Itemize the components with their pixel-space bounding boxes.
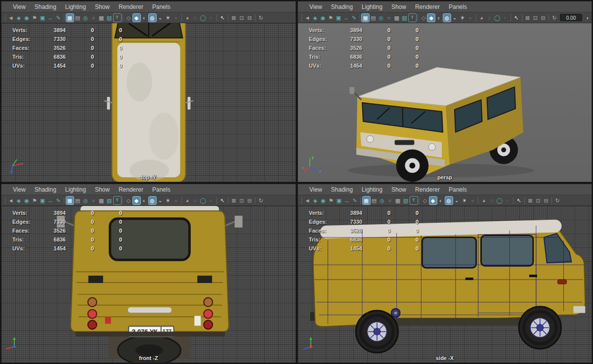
camera-attributes-icon[interactable]: ◉ [23, 197, 31, 204]
film-gate-icon[interactable]: ▤ [370, 14, 377, 22]
gate-mask-icon[interactable]: ■ [386, 197, 394, 204]
xray-joints-icon[interactable]: ⊡ [238, 14, 246, 22]
pan-zoom-icon[interactable]: ↔ [342, 14, 350, 22]
screen-space-icon[interactable]: ⊟ [543, 197, 550, 204]
grid-icon[interactable]: ▦ [66, 14, 74, 22]
anti-alias-icon[interactable]: ◯ [494, 14, 501, 22]
wireframe-icon[interactable]: ◇ [420, 14, 427, 22]
resolution-gate-icon[interactable]: ◎ [378, 14, 385, 22]
shadows-icon[interactable]: ● [172, 197, 180, 204]
grease-pencil-icon[interactable]: ✎ [351, 197, 359, 204]
shaded-icon[interactable]: ◆ [133, 14, 140, 22]
use-default-material-icon[interactable]: ◒ [157, 197, 164, 204]
camera-attributes-icon[interactable]: ◉ [23, 14, 31, 22]
safe-title-icon[interactable]: T [114, 14, 121, 22]
depth-of-field-icon[interactable]: ▪ [504, 197, 511, 204]
textured-icon[interactable]: ◍ [445, 197, 453, 204]
safe-title-icon[interactable]: T [114, 197, 121, 204]
viewport-top[interactable]: Verts:389400Edges:733000Faces:352600Tris… [1, 23, 296, 182]
menu-renderer[interactable]: Renderer [114, 3, 148, 10]
safe-action-icon[interactable]: ▧ [401, 14, 408, 22]
menu-view[interactable]: View [305, 3, 327, 10]
menu-lighting[interactable]: Lighting [357, 186, 387, 193]
use-default-material-icon[interactable]: ◒ [451, 14, 459, 22]
lighting-icon[interactable]: ☀ [461, 197, 468, 204]
van-persp-view[interactable] [298, 23, 592, 182]
occlusion-icon[interactable]: ◕ [480, 197, 488, 204]
screen-space-icon[interactable]: ⊟ [540, 14, 547, 22]
menu-panels[interactable]: Panels [148, 3, 175, 10]
menu-renderer[interactable]: Renderer [411, 186, 444, 193]
menu-lighting[interactable]: Lighting [61, 186, 90, 193]
viewport-front[interactable]: З 076 УК 177 Verts:389400Edges:733000Fac… [1, 206, 296, 363]
wireframe-icon[interactable]: ◇ [125, 14, 132, 22]
grease-pencil-icon[interactable]: ✎ [55, 197, 62, 204]
anti-alias-icon[interactable]: ◯ [200, 197, 207, 204]
van-side-view[interactable] [298, 206, 592, 363]
isolate-select-icon[interactable]: ↖ [515, 197, 523, 204]
shaded-icon[interactable]: ◆ [429, 197, 437, 204]
van-rear-view[interactable]: З 076 УК 177 [1, 206, 296, 363]
image-plane-icon[interactable]: ▣ [39, 14, 46, 22]
xray-icon[interactable]: ⊠ [230, 197, 238, 204]
wireframe-on-shaded-icon[interactable]: ◐ [437, 197, 445, 204]
anti-alias-icon[interactable]: ◯ [200, 14, 207, 22]
lock-camera-icon[interactable]: ◈ [312, 197, 319, 204]
viewport-persp[interactable]: Verts:389400Edges:733000Faces:352600Tris… [298, 23, 592, 182]
menu-panels[interactable]: Panels [444, 3, 471, 10]
menu-panels[interactable]: Panels [444, 186, 471, 193]
menu-show[interactable]: Show [90, 3, 114, 10]
image-plane-icon[interactable]: ▣ [39, 197, 46, 204]
gate-mask-icon[interactable]: ■ [90, 197, 97, 204]
depth-of-field-icon[interactable]: ▪ [208, 197, 215, 204]
menu-view[interactable]: View [8, 3, 30, 10]
grid-icon[interactable]: ▦ [66, 197, 74, 204]
camera-attributes-icon[interactable]: ◉ [320, 197, 327, 204]
textured-icon[interactable]: ◍ [443, 14, 451, 22]
lock-camera-icon[interactable]: ◈ [15, 14, 23, 22]
screen-space-icon[interactable]: ⊟ [246, 197, 254, 204]
select-camera-icon[interactable]: ◄ [304, 197, 311, 204]
wireframe-icon[interactable]: ◇ [422, 197, 429, 204]
grid-icon[interactable]: ▦ [362, 14, 369, 22]
exposure-field[interactable]: 0.00 [560, 14, 582, 21]
wireframe-icon[interactable]: ◇ [125, 197, 132, 204]
select-camera-icon[interactable]: ◄ [303, 14, 311, 22]
xray-joints-icon[interactable]: ⊡ [238, 197, 246, 204]
isolate-select-icon[interactable]: ↖ [219, 197, 226, 204]
lock-camera-icon[interactable]: ◈ [15, 197, 23, 204]
pan-zoom-icon[interactable]: ↔ [47, 197, 54, 204]
xray-joints-icon[interactable]: ⊡ [532, 14, 539, 22]
exposure-icon[interactable]: ↻ [257, 197, 265, 204]
safe-title-icon[interactable]: T [410, 197, 418, 204]
textured-icon[interactable]: ◍ [149, 197, 156, 204]
resolution-gate-icon[interactable]: ◎ [82, 197, 89, 204]
motion-blur-icon[interactable]: ◌ [192, 14, 199, 22]
exposure-icon[interactable]: ↻ [551, 14, 558, 22]
menu-show[interactable]: Show [90, 186, 114, 193]
film-gate-icon[interactable]: ▤ [74, 197, 82, 204]
exposure-icon[interactable]: ↻ [257, 14, 265, 22]
van-top-view[interactable] [1, 23, 296, 182]
shadows-icon[interactable]: ● [469, 197, 476, 204]
camera-attributes-icon[interactable]: ◉ [319, 14, 327, 22]
menu-shading[interactable]: Shading [327, 186, 357, 193]
occlusion-icon[interactable]: ◕ [184, 14, 191, 22]
depth-of-field-icon[interactable]: ▪ [208, 14, 215, 22]
safe-action-icon[interactable]: ▧ [106, 197, 113, 204]
gate-mask-icon[interactable]: ■ [385, 14, 392, 22]
viewport-side[interactable]: Verts:389400Edges:733000Faces:352600Tris… [298, 206, 592, 363]
gate-mask-icon[interactable]: ■ [90, 14, 97, 22]
bookmark-icon[interactable]: ⚑ [327, 14, 335, 22]
shadows-icon[interactable]: ● [466, 14, 474, 22]
wireframe-on-shaded-icon[interactable]: ◐ [141, 197, 148, 204]
use-default-material-icon[interactable]: ◒ [157, 14, 164, 22]
occlusion-icon[interactable]: ◕ [184, 197, 191, 204]
use-default-material-icon[interactable]: ◒ [453, 197, 461, 204]
xray-icon[interactable]: ⊠ [527, 197, 534, 204]
textured-icon[interactable]: ◍ [149, 14, 156, 22]
wireframe-on-shaded-icon[interactable]: ◐ [435, 14, 443, 22]
occlusion-icon[interactable]: ◕ [478, 14, 485, 22]
screen-space-icon[interactable]: ⊟ [246, 14, 254, 22]
motion-blur-icon[interactable]: ◌ [486, 14, 493, 22]
